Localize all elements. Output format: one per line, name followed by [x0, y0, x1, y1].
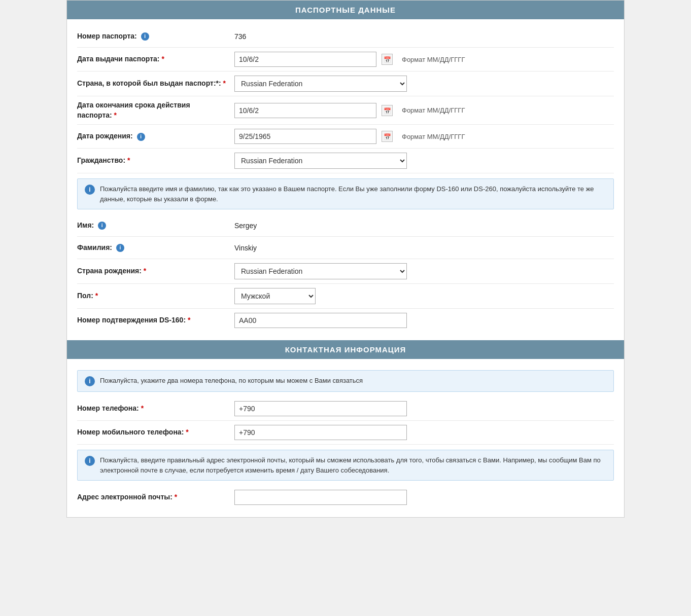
- control-birth-date: 📅 Формат ММ/ДД/ГГГГ: [234, 129, 614, 144]
- info-icon-birth-date[interactable]: i: [137, 133, 145, 141]
- required-marker6: *: [95, 292, 98, 300]
- required-marker5: *: [144, 267, 146, 275]
- passport-section-body: Номер паспорта: i 736 Дата выдачи паспор…: [67, 19, 624, 340]
- value-first-name: Sergey: [234, 222, 257, 230]
- input-email[interactable]: [234, 490, 407, 505]
- passport-section-header: ПАСПОРТНЫЕ ДАННЫЕ: [67, 1, 624, 19]
- info-icon-block1: i: [85, 185, 95, 195]
- input-passport-issue-date[interactable]: [234, 52, 376, 67]
- label-citizenship: Гражданство: *: [77, 156, 234, 166]
- select-passport-country[interactable]: Russian Federation: [234, 76, 407, 92]
- control-birth-country: Russian Federation: [234, 263, 614, 279]
- field-birth-country: Страна рождения: * Russian Federation: [77, 259, 614, 284]
- contact-section-body: i Пожалуйста, укажите два номера телефон…: [67, 359, 624, 517]
- field-last-name: Фамилия: i Vinskiy: [77, 237, 614, 259]
- select-birth-country[interactable]: Russian Federation: [234, 263, 407, 279]
- input-birth-date[interactable]: [234, 129, 376, 144]
- calendar-icon-issue-date[interactable]: 📅: [382, 54, 393, 65]
- control-gender: Мужской Женский: [234, 288, 614, 304]
- field-gender: Пол: * Мужской Женский: [77, 284, 614, 309]
- field-phone: Номер телефона: *: [77, 397, 614, 421]
- label-mobile-phone: Номер мобильного телефона: *: [77, 427, 234, 438]
- format-hint-birth: Формат ММ/ДД/ГГГГ: [402, 133, 465, 140]
- control-mobile-phone: [234, 425, 614, 440]
- select-citizenship[interactable]: Russian Federation: [234, 153, 407, 169]
- control-passport-issue-date: 📅 Формат ММ/ДД/ГГГГ: [234, 52, 614, 67]
- field-passport-country: Страна, в которой был выдан паспорт:*: *…: [77, 71, 614, 96]
- label-first-name: Имя: i: [77, 221, 234, 231]
- label-gender: Пол: *: [77, 291, 234, 301]
- info-icon-first-name[interactable]: i: [98, 222, 106, 230]
- info-icon-email: i: [85, 456, 95, 466]
- info-icon-contact: i: [85, 376, 95, 386]
- control-citizenship: Russian Federation: [234, 153, 614, 169]
- label-email: Адрес электронной почты: *: [77, 492, 234, 502]
- info-text-email: Пожалуйста, введите правильный адрес эле…: [100, 455, 606, 475]
- control-last-name: Vinskiy: [234, 244, 614, 252]
- control-ds160: [234, 313, 614, 328]
- field-passport-expiry: Дата окончания срока действия паспорта: …: [77, 96, 614, 125]
- input-phone[interactable]: [234, 401, 407, 416]
- select-gender[interactable]: Мужской Женский: [234, 288, 316, 304]
- field-mobile-phone: Номер мобильного телефона: *: [77, 421, 614, 445]
- control-passport-number: 736: [234, 32, 614, 41]
- control-phone: [234, 401, 614, 416]
- label-passport-number: Номер паспорта: i: [77, 31, 234, 42]
- value-passport-number: 736: [234, 32, 246, 41]
- calendar-icon-birth[interactable]: 📅: [382, 131, 393, 142]
- contact-section: КОНТАКТНАЯ ИНФОРМАЦИЯ i Пожалуйста, укаж…: [67, 340, 624, 517]
- info-block-contact: i Пожалуйста, укажите два номера телефон…: [77, 370, 614, 392]
- control-passport-country: Russian Federation: [234, 76, 614, 92]
- field-passport-issue-date: Дата выдачи паспорта: * 📅 Формат ММ/ДД/Г…: [77, 48, 614, 71]
- info-block-passport-name: i Пожалуйста введите имя и фамилию, так …: [77, 178, 614, 209]
- required-marker2: *: [223, 79, 226, 87]
- info-text-contact: Пожалуйста, укажите два номера телефона,…: [100, 376, 363, 386]
- contact-section-header: КОНТАКТНАЯ ИНФОРМАЦИЯ: [67, 340, 624, 359]
- field-ds160: Номер подтверждения DS-160: *: [77, 309, 614, 332]
- passport-section: ПАСПОРТНЫЕ ДАННЫЕ Номер паспорта: i 736 …: [67, 1, 624, 340]
- required-marker9: *: [186, 428, 188, 436]
- label-last-name: Фамилия: i: [77, 243, 234, 253]
- format-hint-expiry: Формат ММ/ДД/ГГГГ: [402, 106, 465, 114]
- label-birth-country: Страна рождения: *: [77, 266, 234, 276]
- control-email: [234, 490, 614, 505]
- field-citizenship: Гражданство: * Russian Federation: [77, 149, 614, 173]
- calendar-icon-expiry[interactable]: 📅: [382, 105, 393, 116]
- label-passport-issue-date: Дата выдачи паспорта: *: [77, 54, 234, 64]
- label-ds160: Номер подтверждения DS-160: *: [77, 315, 234, 325]
- info-icon-passport-number[interactable]: i: [141, 32, 149, 41]
- required-marker7: *: [188, 316, 190, 324]
- value-last-name: Vinskiy: [234, 244, 257, 252]
- input-passport-expiry[interactable]: [234, 103, 376, 118]
- input-mobile-phone[interactable]: [234, 425, 407, 440]
- required-marker10: *: [175, 493, 177, 501]
- info-block-email: i Пожалуйста, введите правильный адрес э…: [77, 450, 614, 481]
- input-ds160[interactable]: [234, 313, 407, 328]
- required-marker8: *: [141, 404, 144, 412]
- required-marker4: *: [127, 156, 130, 164]
- info-text-block1: Пожалуйста введите имя и фамилию, так ка…: [100, 184, 606, 204]
- control-passport-expiry: 📅 Формат ММ/ДД/ГГГГ: [234, 103, 614, 118]
- label-birth-date: Дата рождения: i: [77, 131, 234, 141]
- label-passport-expiry: Дата окончания срока действия паспорта: …: [77, 100, 234, 120]
- info-icon-last-name[interactable]: i: [116, 244, 124, 252]
- label-phone: Номер телефона: *: [77, 404, 234, 414]
- field-email: Адрес электронной почты: *: [77, 486, 614, 509]
- page-wrapper: ПАСПОРТНЫЕ ДАННЫЕ Номер паспорта: i 736 …: [66, 0, 625, 518]
- required-marker3: *: [114, 111, 117, 119]
- format-hint-issue-date: Формат ММ/ДД/ГГГГ: [402, 56, 465, 63]
- required-marker: *: [161, 55, 164, 63]
- control-first-name: Sergey: [234, 222, 614, 230]
- field-birth-date: Дата рождения: i 📅 Формат ММ/ДД/ГГГГ: [77, 125, 614, 149]
- field-passport-number: Номер паспорта: i 736: [77, 25, 614, 48]
- field-first-name: Имя: i Sergey: [77, 214, 614, 237]
- label-passport-country: Страна, в которой был выдан паспорт:*: *: [77, 79, 234, 89]
